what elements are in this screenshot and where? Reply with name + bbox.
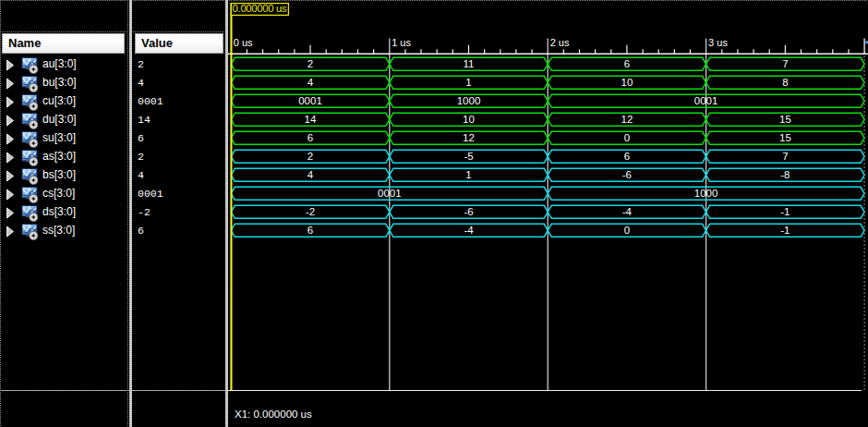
svg-text:1000: 1000	[457, 95, 481, 106]
svg-text:4: 4	[307, 169, 314, 180]
svg-text:-8: -8	[780, 169, 790, 180]
svg-text:0001: 0001	[694, 95, 718, 106]
svg-text:-4: -4	[464, 225, 474, 236]
svg-text:6: 6	[307, 132, 313, 143]
svg-text:-6: -6	[464, 206, 473, 217]
svg-text:12: 12	[621, 114, 633, 125]
svg-text:3 us: 3 us	[708, 37, 728, 48]
svg-text:11: 11	[464, 58, 475, 69]
svg-text:10: 10	[463, 114, 475, 125]
svg-text:0 us: 0 us	[234, 37, 253, 48]
svg-text:0001: 0001	[298, 95, 322, 106]
svg-text:2: 2	[307, 58, 313, 69]
svg-text:X1: 0.000000 us: X1: 0.000000 us	[235, 409, 312, 420]
svg-text:6: 6	[624, 151, 630, 162]
svg-text:0.000000 us: 0.000000 us	[233, 3, 287, 14]
svg-text:-6: -6	[622, 169, 632, 180]
svg-text:1: 1	[465, 169, 471, 180]
svg-text:0: 0	[624, 225, 630, 236]
svg-text:0001: 0001	[378, 188, 402, 199]
svg-text:1000: 1000	[694, 188, 718, 199]
svg-text:1: 1	[465, 77, 471, 88]
svg-text:-1: -1	[780, 225, 790, 236]
svg-text:14: 14	[305, 114, 317, 125]
svg-text:15: 15	[779, 114, 791, 125]
svg-text:-4: -4	[622, 206, 633, 217]
svg-text:4: 4	[307, 77, 314, 88]
svg-text:-1: -1	[780, 206, 790, 217]
svg-text:7: 7	[782, 151, 788, 162]
svg-text:10: 10	[621, 77, 633, 88]
svg-text:2: 2	[307, 151, 313, 162]
svg-text:-5: -5	[464, 151, 473, 162]
svg-text:6: 6	[307, 225, 313, 236]
svg-text:15: 15	[779, 132, 791, 143]
svg-text:-2: -2	[306, 206, 315, 217]
svg-text:2 us: 2 us	[550, 37, 570, 48]
svg-text:12: 12	[463, 132, 475, 143]
svg-text:6: 6	[624, 58, 630, 69]
svg-text:1 us: 1 us	[392, 37, 411, 48]
svg-text:8: 8	[782, 77, 788, 88]
svg-text:0: 0	[624, 132, 630, 143]
svg-text:7: 7	[782, 58, 788, 69]
